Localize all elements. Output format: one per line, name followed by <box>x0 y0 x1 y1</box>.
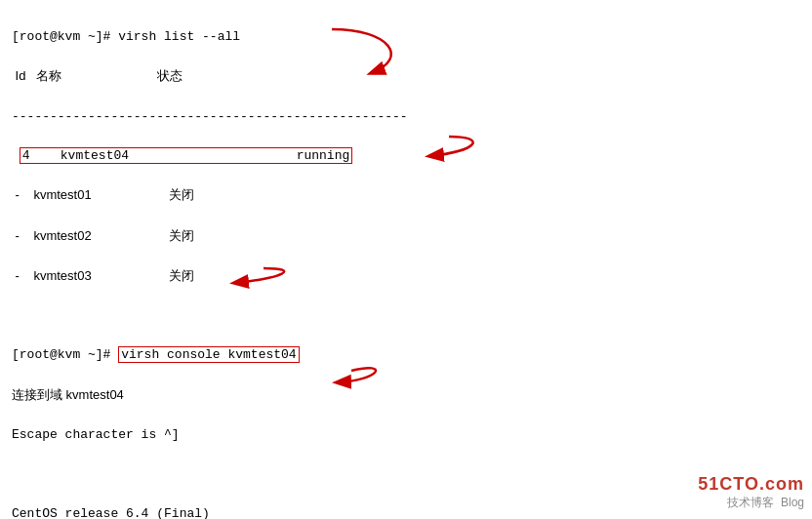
line-2: Id 名称 状态 <box>12 68 183 83</box>
line-9: [root@kvm ~]# virsh console kvmtest04 <box>12 346 300 363</box>
line-13: CentOS release 6.4 (Final) <box>12 506 210 519</box>
line-10: 连接到域 kvmtest04 <box>12 387 124 402</box>
watermark-sub1: 技术博客 Blog <box>698 495 804 511</box>
running-row-highlight: 4 kvmtest04 running <box>20 147 352 164</box>
line-3: ----------------------------------------… <box>12 109 408 124</box>
line-11: Escape character is ^] <box>12 427 180 442</box>
watermark-site: 51CTO.com <box>698 474 804 495</box>
terminal-output: [root@kvm ~]# virsh list --all Id 名称 状态 … <box>0 0 812 519</box>
line-7: - kvmtest03 关闭 <box>12 268 194 283</box>
line-4: 4 kvmtest04 running <box>12 147 352 164</box>
line-5: - kvmtest01 关闭 <box>12 187 194 202</box>
console-command-highlight: virsh console kvmtest04 <box>118 346 299 363</box>
line-1: [root@kvm ~]# virsh list --all <box>12 29 240 44</box>
watermark: 51CTO.com 技术博客 Blog <box>698 474 804 511</box>
line-6: - kvmtest02 关闭 <box>12 228 194 243</box>
